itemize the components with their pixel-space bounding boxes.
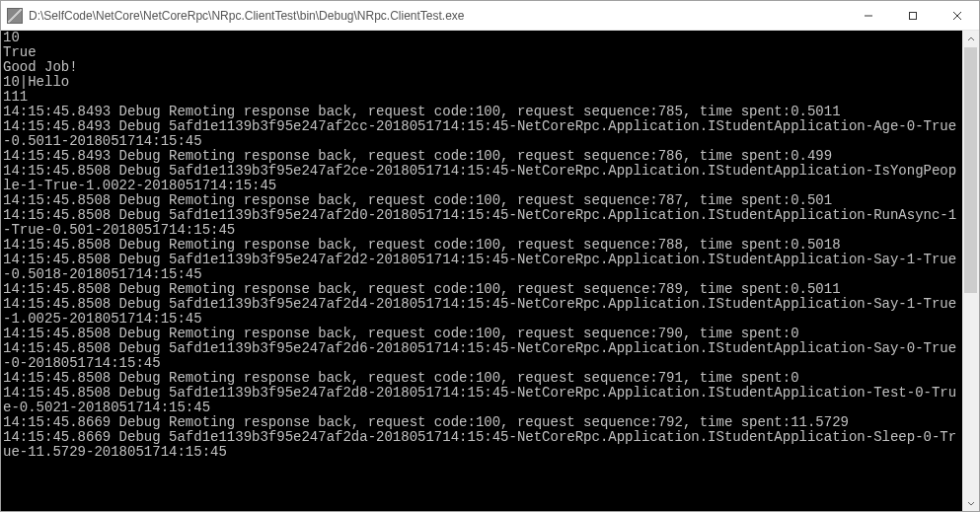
window-title: D:\SelfCode\NetCore\NetCoreRpc\NRpc.Clie… bbox=[29, 9, 846, 23]
scroll-up-arrow[interactable] bbox=[962, 31, 979, 47]
window-controls bbox=[846, 1, 979, 30]
console-output[interactable]: 10 True Good Job! 10|Hello 111 14:15:45.… bbox=[1, 31, 962, 511]
vertical-scrollbar[interactable] bbox=[962, 31, 979, 511]
minimize-button[interactable] bbox=[846, 1, 890, 30]
chevron-down-icon bbox=[967, 499, 975, 507]
svg-rect-1 bbox=[909, 12, 916, 19]
chevron-up-icon bbox=[967, 36, 975, 43]
maximize-icon bbox=[908, 11, 918, 21]
close-button[interactable] bbox=[935, 1, 979, 30]
scroll-down-arrow[interactable] bbox=[962, 494, 979, 511]
console-area: 10 True Good Job! 10|Hello 111 14:15:45.… bbox=[1, 31, 979, 511]
close-icon bbox=[952, 11, 962, 21]
minimize-icon bbox=[864, 11, 873, 21]
scroll-thumb[interactable] bbox=[964, 47, 977, 293]
titlebar[interactable]: D:\SelfCode\NetCore\NetCoreRpc\NRpc.Clie… bbox=[1, 1, 979, 31]
scroll-track[interactable] bbox=[962, 47, 979, 494]
app-icon bbox=[7, 8, 23, 24]
maximize-button[interactable] bbox=[890, 1, 935, 30]
